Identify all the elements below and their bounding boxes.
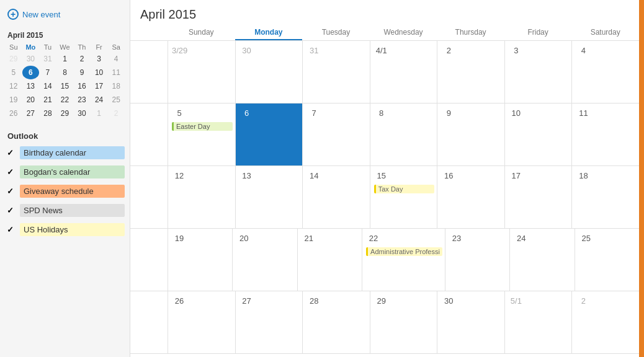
mini-cal-day[interactable]: 24 xyxy=(91,93,108,107)
calendar-day-cell[interactable]: 3 xyxy=(504,41,572,103)
calendar-day-cell[interactable]: 6 xyxy=(235,104,303,165)
calendar-day-cell[interactable]: 7 xyxy=(302,104,370,165)
mini-cal-day[interactable]: 9 xyxy=(73,66,91,79)
calendar-event[interactable]: Tax Day xyxy=(374,185,435,193)
mini-cal-day[interactable]: 6 xyxy=(22,66,40,79)
calendar-day-cell[interactable]: 8 xyxy=(370,104,437,165)
mini-cal-day[interactable]: 20 xyxy=(22,93,40,107)
mini-cal-day[interactable]: 19 xyxy=(5,93,22,107)
mini-cal-day[interactable]: 11 xyxy=(107,66,125,79)
mini-cal-day[interactable]: 28 xyxy=(39,107,56,120)
calendar-day-cell[interactable]: 10 xyxy=(504,104,572,165)
week-header-day: Monday xyxy=(235,25,303,40)
calendar-item-giveaway[interactable]: ✓ Giveaway schedule xyxy=(0,182,130,201)
calendar-day-cell[interactable]: 25 xyxy=(575,229,639,291)
mini-cal-day[interactable]: 30 xyxy=(73,107,91,120)
mini-cal-day[interactable]: 1 xyxy=(91,107,108,120)
calendar-day-cell[interactable]: 21 xyxy=(297,229,362,291)
calendar-day-cell[interactable]: 17 xyxy=(504,166,572,228)
calendar-event[interactable]: Easter Day xyxy=(172,122,233,131)
mini-cal-day[interactable]: 7 xyxy=(39,66,56,79)
mini-cal-day[interactable]: 31 xyxy=(39,52,56,66)
calendar-day-cell[interactable]: 24 xyxy=(509,229,574,291)
calendar-day-cell[interactable]: 9 xyxy=(437,104,504,165)
mini-cal-day[interactable]: 15 xyxy=(56,79,74,93)
mini-cal-day[interactable]: 2 xyxy=(73,52,91,66)
mini-cal-day[interactable]: 4 xyxy=(107,52,125,66)
calendar-day-cell[interactable]: 23 xyxy=(445,229,509,291)
mini-cal-grid: SuMoTuWeThFrSa 2930311234567891011121314… xyxy=(5,42,125,120)
calendar-day-cell[interactable]: 15Tax Day xyxy=(370,166,437,228)
calendar-checkbox: ✓ xyxy=(5,167,15,177)
week-header-spacer xyxy=(130,25,168,40)
calendar-day-cell[interactable]: 14 xyxy=(302,166,370,228)
calendar-item-label: Bogdan's calendar xyxy=(20,165,125,178)
mini-cal-day[interactable]: 10 xyxy=(91,66,108,79)
day-number: 4/1 xyxy=(374,43,389,58)
mini-cal-day[interactable]: 23 xyxy=(73,93,91,107)
calendar-day-cell[interactable]: 5Easter Day xyxy=(168,104,235,165)
day-number: 23 xyxy=(449,231,464,246)
day-number: 5/1 xyxy=(509,294,524,309)
day-number: 19 xyxy=(172,231,187,246)
mini-cal-day[interactable]: 5 xyxy=(5,66,22,79)
calendar-item-label: US Holidays xyxy=(20,223,125,236)
mini-cal-day[interactable]: 12 xyxy=(5,79,22,93)
calendar-day-cell[interactable]: 2 xyxy=(571,291,639,353)
calendar-day-cell[interactable]: 3/29 xyxy=(168,41,235,103)
calendar-day-cell[interactable]: 26 xyxy=(168,291,235,353)
day-number: 17 xyxy=(509,169,524,183)
calendar-day-cell[interactable]: 30 xyxy=(437,291,504,353)
mini-cal-day[interactable]: 16 xyxy=(73,79,91,93)
calendar-day-cell[interactable]: 2 xyxy=(437,41,504,103)
calendar-item-spd[interactable]: ✓ SPD News xyxy=(0,201,130,220)
mini-cal-weekday: Mo xyxy=(22,42,40,52)
calendar-day-cell[interactable]: 31 xyxy=(302,41,370,103)
day-number: 20 xyxy=(236,231,251,246)
calendar-day-cell[interactable]: 5/1 xyxy=(504,291,572,353)
calendar-day-cell[interactable]: 4/1 xyxy=(370,41,437,103)
week-row-label xyxy=(130,229,168,291)
mini-cal-day[interactable]: 1 xyxy=(56,52,74,66)
calendar-day-cell[interactable]: 13 xyxy=(235,166,303,228)
calendar-day-cell[interactable]: 11 xyxy=(571,104,639,165)
calendar-day-cell[interactable]: 4 xyxy=(571,41,639,103)
mini-cal-day[interactable]: 29 xyxy=(5,52,22,66)
mini-cal-day[interactable]: 22 xyxy=(56,93,74,107)
mini-cal-day[interactable]: 3 xyxy=(91,52,108,66)
calendar-item-bogdan[interactable]: ✓ Bogdan's calendar xyxy=(0,162,130,182)
mini-cal-day[interactable]: 30 xyxy=(22,52,40,66)
calendar-event[interactable]: Administrative Professi xyxy=(366,247,442,256)
mini-cal-weekday: Sa xyxy=(107,42,125,52)
mini-cal-day[interactable]: 21 xyxy=(39,93,56,107)
calendar-item-birthday[interactable]: ✓ Birthday calendar xyxy=(0,143,130,162)
mini-cal-day[interactable]: 8 xyxy=(56,66,74,79)
mini-cal-day[interactable]: 27 xyxy=(22,107,40,120)
calendar-day-cell[interactable]: 29 xyxy=(370,291,437,353)
main-calendar-title: April 2015 xyxy=(130,0,639,25)
mini-cal-day[interactable]: 26 xyxy=(5,107,22,120)
new-event-button[interactable]: + New event xyxy=(0,5,130,26)
calendar-day-cell[interactable]: 16 xyxy=(437,166,504,228)
mini-cal-day[interactable]: 14 xyxy=(39,79,56,93)
calendar-day-cell[interactable]: 18 xyxy=(571,166,639,228)
day-number: 26 xyxy=(172,294,187,309)
calendar-day-cell[interactable]: 12 xyxy=(168,166,235,228)
mini-cal-day[interactable]: 2 xyxy=(107,107,125,120)
day-number: 16 xyxy=(441,169,456,183)
calendar-day-cell[interactable]: 22Administrative Professi xyxy=(362,229,445,291)
mini-cal-weekday: Su xyxy=(5,42,22,52)
mini-cal-day[interactable]: 18 xyxy=(107,79,125,93)
calendar-day-cell[interactable]: 28 xyxy=(302,291,370,353)
calendar-item-holidays[interactable]: ✓ US Holidays xyxy=(0,220,130,239)
calendar-day-cell[interactable]: 30 xyxy=(235,41,303,103)
day-number: 8 xyxy=(374,106,389,121)
calendar-day-cell[interactable]: 19 xyxy=(168,229,232,291)
mini-cal-day[interactable]: 13 xyxy=(22,79,40,93)
mini-cal-day[interactable]: 25 xyxy=(107,93,125,107)
calendar-day-cell[interactable]: 20 xyxy=(232,229,297,291)
calendar-day-cell[interactable]: 27 xyxy=(235,291,303,353)
mini-cal-day[interactable]: 17 xyxy=(91,79,108,93)
mini-cal-weekday: Th xyxy=(73,42,91,52)
mini-cal-day[interactable]: 29 xyxy=(56,107,74,120)
